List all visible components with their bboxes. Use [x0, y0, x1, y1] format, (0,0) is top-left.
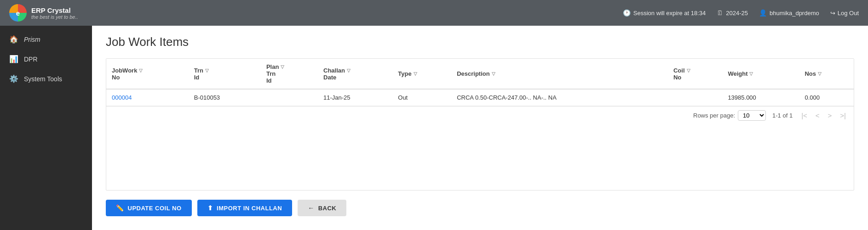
cell-jobwork-no[interactable]: 000004	[106, 89, 189, 106]
app-subtitle: the best is yet to be..	[31, 14, 78, 20]
col-header-weight: Weight ▽	[722, 59, 799, 89]
filter-icon-weight[interactable]: ▽	[749, 71, 753, 76]
import-in-challan-label: IMPORT IN CHALLAN	[217, 205, 282, 212]
filter-icon-coil-no[interactable]: ▽	[687, 68, 690, 73]
back-label: BACK	[318, 205, 337, 212]
sidebar-item-system-tools-label: System Tools	[24, 75, 62, 83]
job-work-items-table: JobWorkNo ▽ TrnId ▽ Plan	[106, 59, 854, 106]
logo-text: ERP Crystal the best is yet to be..	[31, 6, 78, 20]
table-header-row: JobWorkNo ▽ TrnId ▽ Plan	[106, 59, 854, 89]
calendar-icon: 🗓	[717, 9, 723, 17]
sidebar-item-prism-label: Prism	[24, 36, 40, 43]
cell-type: Out	[392, 89, 451, 106]
filter-icon-nos[interactable]: ▽	[818, 71, 822, 76]
sidebar-item-system-tools[interactable]: ⚙️ System Tools	[0, 70, 92, 88]
back-button[interactable]: ← BACK	[298, 200, 346, 216]
logo-area: e ERP Crystal the best is yet to be..	[9, 4, 101, 22]
gear-icon: ⚙️	[9, 74, 18, 83]
user-info: 👤 bhumika_dprdemo	[759, 9, 819, 17]
cell-plan-trn-id	[261, 89, 318, 106]
last-page-button[interactable]: >|	[838, 111, 848, 120]
app-logo: e	[9, 4, 27, 22]
user-label: bhumika_dprdemo	[770, 10, 819, 17]
filter-icon-plan-trn-id[interactable]: ▽	[281, 64, 284, 69]
app-header: e ERP Crystal the best is yet to be.. 🕐 …	[0, 0, 868, 26]
page-info: 1-1 of 1	[772, 112, 793, 119]
logout-icon: ↪	[830, 10, 835, 17]
rows-per-page-select[interactable]: 10 25 50	[738, 110, 766, 121]
col-header-plan-trn-id: PlanTrnId ▽	[261, 59, 318, 89]
cell-coil-no	[668, 89, 722, 106]
app-name: ERP Crystal	[31, 6, 78, 14]
home-icon: 🏠	[9, 35, 18, 44]
filter-icon-description[interactable]: ▽	[492, 71, 495, 76]
cell-description: CRCA 0.50-CRCA-247.00-.. NA-.. NA	[451, 89, 668, 106]
cell-challan-date: 11-Jan-25	[318, 89, 392, 106]
col-header-coil-no: CoilNo ▽	[668, 59, 722, 89]
sidebar-item-prism[interactable]: 🏠 Prism	[0, 30, 92, 48]
logout-label: Log Out	[838, 10, 859, 17]
col-header-jobwork-no: JobWorkNo ▽	[106, 59, 189, 89]
sidebar: 🏠 Prism 📊 DPR ⚙️ System Tools	[0, 26, 92, 230]
col-header-challan-date: ChallanDate ▽	[318, 59, 392, 89]
session-label: Session will expire at 18:34	[633, 10, 706, 17]
filter-icon-trn-id[interactable]: ▽	[205, 68, 209, 73]
pencil-icon: ✏️	[116, 204, 124, 212]
bar-chart-icon: 📊	[9, 55, 18, 63]
job-work-items-table-container: JobWorkNo ▽ TrnId ▽ Plan	[106, 58, 854, 191]
pagination-row: Rows per page: 10 25 50 1-1 of 1 |< < > …	[106, 106, 854, 124]
col-header-nos: Nos ▽	[799, 59, 854, 89]
rows-per-page-selector: Rows per page: 10 25 50	[693, 110, 766, 121]
col-header-description: Description ▽	[451, 59, 668, 89]
filter-icon-type[interactable]: ▽	[414, 71, 417, 76]
page-title: Job Work Items	[106, 35, 854, 49]
filter-icon-challan-date[interactable]: ▽	[347, 68, 351, 73]
cell-weight: 13985.000	[722, 89, 799, 106]
update-coil-no-label: UPDATE COIL NO	[128, 205, 182, 212]
cell-trn-id: B-010053	[189, 89, 261, 106]
sidebar-item-dpr[interactable]: 📊 DPR	[0, 50, 92, 68]
cell-nos: 0.000	[799, 89, 854, 106]
first-page-button[interactable]: |<	[799, 111, 810, 120]
next-page-button[interactable]: >	[826, 111, 834, 120]
col-header-trn-id: TrnId ▽	[189, 59, 261, 89]
import-in-challan-button[interactable]: ⬆ IMPORT IN CHALLAN	[197, 200, 293, 216]
user-icon: 👤	[759, 9, 767, 17]
header-info: 🕐 Session will expire at 18:34 🗓 2024-25…	[623, 9, 859, 17]
body-layout: 🏠 Prism 📊 DPR ⚙️ System Tools Job Work I…	[0, 26, 868, 230]
clock-icon: 🕐	[623, 9, 631, 17]
year-info: 🗓 2024-25	[717, 9, 748, 17]
table-row: 000004B-01005311-Jan-25OutCRCA 0.50-CRCA…	[106, 89, 854, 106]
upload-icon: ⬆	[207, 204, 213, 212]
col-header-type: Type ▽	[392, 59, 451, 89]
sidebar-item-dpr-label: DPR	[24, 56, 38, 63]
update-coil-no-button[interactable]: ✏️ UPDATE COIL NO	[106, 200, 192, 216]
bottom-buttons: ✏️ UPDATE COIL NO ⬆ IMPORT IN CHALLAN ← …	[106, 200, 854, 221]
main-content: Job Work Items JobWorkNo ▽ Trn	[92, 26, 868, 230]
prev-page-button[interactable]: <	[813, 111, 822, 120]
year-label: 2024-25	[726, 10, 748, 17]
logout-button[interactable]: ↪ Log Out	[830, 10, 859, 17]
filter-icon-jobwork-no[interactable]: ▽	[139, 68, 143, 73]
back-arrow-icon: ←	[308, 204, 315, 212]
session-info: 🕐 Session will expire at 18:34	[623, 9, 706, 17]
rows-per-page-label: Rows per page:	[693, 112, 735, 119]
